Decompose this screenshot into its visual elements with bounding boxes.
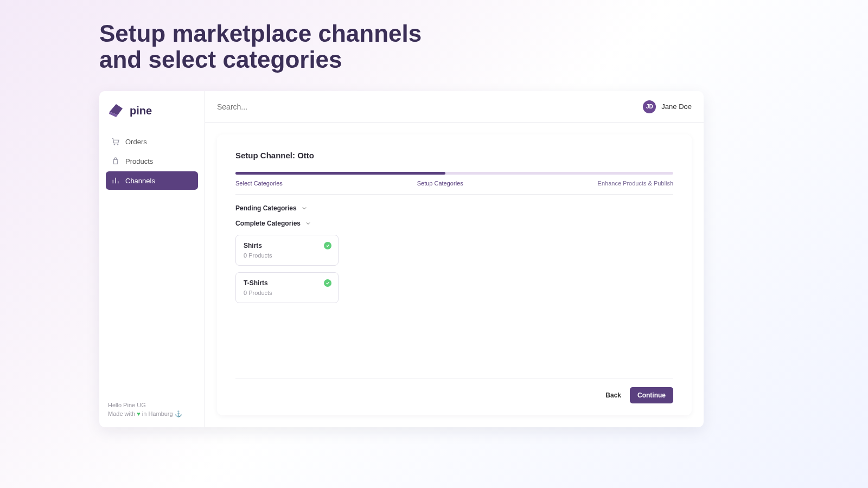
category-count: 0 Products xyxy=(244,290,330,296)
step-enhance-publish: Enhance Products & Publish xyxy=(598,180,673,187)
svg-point-0 xyxy=(114,144,114,145)
complete-categories-header[interactable]: Complete Categories xyxy=(235,220,673,227)
brand-logo-icon xyxy=(108,102,124,119)
footer-tagline: Made with ♥ in Hamburg ⚓ xyxy=(108,410,196,419)
hero-line2: and select categories xyxy=(99,47,422,73)
anchor-icon: ⚓ xyxy=(175,410,182,417)
sidebar-footer: Hello Pine UG Made with ♥ in Hamburg ⚓ xyxy=(106,401,198,421)
progress-bar xyxy=(235,172,673,175)
card-title: Setup Channel: Otto xyxy=(235,151,673,160)
avatar: JD xyxy=(643,100,656,113)
svg-point-1 xyxy=(117,144,118,145)
username: Jane Doe xyxy=(661,102,692,111)
sidebar-nav: Orders Products Channels xyxy=(106,132,198,190)
category-card[interactable]: T-Shirts 0 Products xyxy=(235,272,339,303)
content-area: Setup Channel: Otto Select Categories Se… xyxy=(205,123,704,427)
category-name: Shirts xyxy=(244,242,330,249)
chevron-down-icon xyxy=(301,205,308,211)
hero-line1: Setup marketplace channels xyxy=(99,21,422,47)
topbar: JD Jane Doe xyxy=(205,91,704,123)
setup-card: Setup Channel: Otto Select Categories Se… xyxy=(217,134,692,415)
divider xyxy=(235,194,673,195)
section-label: Complete Categories xyxy=(235,220,301,227)
category-count: 0 Products xyxy=(244,252,330,259)
user-menu[interactable]: JD Jane Doe xyxy=(643,100,692,113)
sidebar: pine Orders Products Channels xyxy=(99,91,205,427)
check-icon xyxy=(324,242,331,249)
sidebar-item-channels[interactable]: Channels xyxy=(106,171,198,190)
category-name: T-Shirts xyxy=(244,279,330,287)
bars-icon xyxy=(111,176,120,185)
pending-categories-header[interactable]: Pending Categories xyxy=(235,204,673,212)
sidebar-item-products[interactable]: Products xyxy=(106,152,198,170)
footer-company: Hello Pine UG xyxy=(108,401,196,410)
step-select-categories: Select Categories xyxy=(235,180,283,187)
continue-button[interactable]: Continue xyxy=(630,387,673,403)
chevron-down-icon xyxy=(305,220,311,227)
cart-icon xyxy=(111,137,120,146)
search-input[interactable] xyxy=(217,102,643,111)
progress-fill xyxy=(235,172,445,175)
card-footer: Back Continue xyxy=(235,378,673,403)
sidebar-item-orders[interactable]: Orders xyxy=(106,132,198,151)
check-icon xyxy=(324,279,331,287)
brand[interactable]: pine xyxy=(106,99,198,129)
sidebar-item-label: Channels xyxy=(125,177,155,185)
sidebar-item-label: Orders xyxy=(125,138,147,146)
main: JD Jane Doe Setup Channel: Otto Select C… xyxy=(205,91,704,427)
step-setup-categories: Setup Categories xyxy=(417,180,463,187)
category-card[interactable]: Shirts 0 Products xyxy=(235,235,339,266)
step-labels: Select Categories Setup Categories Enhan… xyxy=(235,180,673,187)
hero-title: Setup marketplace channels and select ca… xyxy=(99,21,422,73)
app-window: pine Orders Products Channels xyxy=(99,91,704,427)
section-label: Pending Categories xyxy=(235,204,297,212)
back-button[interactable]: Back xyxy=(605,391,621,399)
sidebar-item-label: Products xyxy=(125,157,153,165)
brand-name: pine xyxy=(130,105,152,117)
bag-icon xyxy=(111,157,120,165)
